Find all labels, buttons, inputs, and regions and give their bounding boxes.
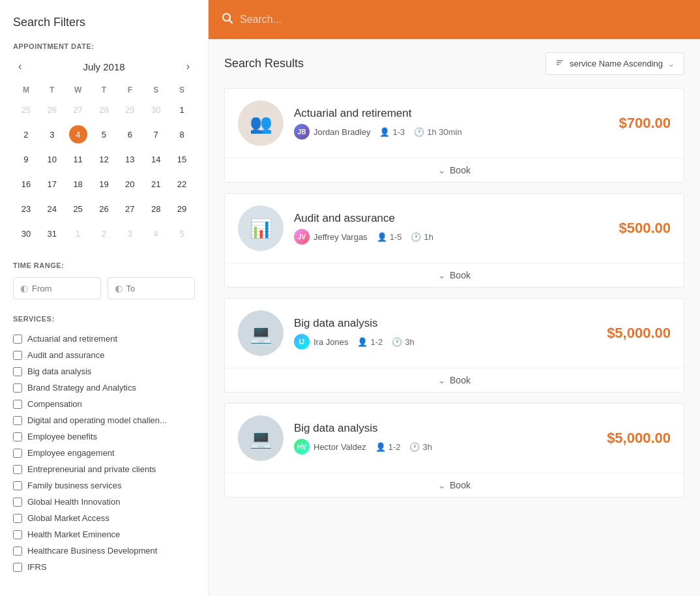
calendar-cell[interactable]: 8 <box>169 122 195 147</box>
calendar-cell[interactable]: 16 <box>13 171 39 196</box>
sidebar: Search Filters APPOINTMENT DATE: ‹ July … <box>0 0 209 596</box>
calendar-cell[interactable]: 4 <box>65 122 91 147</box>
service-checkbox[interactable] <box>13 449 22 458</box>
calendar-cell[interactable]: 24 <box>39 196 65 221</box>
from-input[interactable] <box>32 284 94 293</box>
service-checkbox-item[interactable]: Employee engagement <box>13 445 195 461</box>
calendar-cell[interactable]: 15 <box>169 147 195 171</box>
service-checkbox-item[interactable]: Global Health Innovation <box>13 494 195 510</box>
calendar-cell[interactable]: 26 <box>39 97 65 122</box>
calendar-cell[interactable]: 22 <box>169 171 195 196</box>
service-checkbox-item[interactable]: Big data analysis <box>13 363 195 380</box>
calendar-cell[interactable]: 29 <box>117 97 143 122</box>
service-checkbox-item[interactable]: Audit and assurance <box>13 347 195 363</box>
calendar-cell[interactable]: 9 <box>13 147 39 171</box>
service-checkbox[interactable] <box>13 367 22 376</box>
service-checkbox-item[interactable]: Global Market Access <box>13 510 195 526</box>
calendar-cell[interactable]: 20 <box>117 171 143 196</box>
calendar-cell[interactable]: 29 <box>169 196 195 221</box>
sort-icon <box>555 58 564 69</box>
calendar-cell[interactable]: 28 <box>91 97 117 122</box>
service-checkbox-item[interactable]: Health Market Eminence <box>13 526 195 543</box>
calendar-cell[interactable]: 4 <box>143 221 169 246</box>
people-icon: 👤 <box>357 337 368 347</box>
card-service-name: Actuarial and retirement <box>294 107 608 120</box>
services-label: SERVICES: <box>13 315 195 323</box>
service-checkbox[interactable] <box>13 514 22 523</box>
book-row[interactable]: ⌄ Book <box>225 263 684 287</box>
calendar-cell[interactable]: 11 <box>65 147 91 171</box>
calendar-cell[interactable]: 10 <box>39 147 65 171</box>
card-image: 💻 <box>238 415 284 461</box>
service-checkbox-item[interactable]: Compensation <box>13 396 195 412</box>
service-checkbox[interactable] <box>13 563 22 572</box>
service-checkbox-item[interactable]: Entrepreneurial and private clients <box>13 461 195 477</box>
calendar-cell[interactable]: 19 <box>91 171 117 196</box>
calendar-cell[interactable]: 30 <box>13 221 39 246</box>
calendar-cell[interactable]: 1 <box>65 221 91 246</box>
service-checkbox[interactable] <box>13 335 22 344</box>
calendar-cell[interactable]: 25 <box>65 196 91 221</box>
people-icon: 👤 <box>377 232 387 242</box>
service-checkbox[interactable] <box>13 530 22 539</box>
provider-avatar: JB <box>294 124 310 140</box>
calendar-cell[interactable]: 13 <box>117 147 143 171</box>
calendar-cell[interactable]: 21 <box>143 171 169 196</box>
sidebar-title: Search Filters <box>13 16 195 29</box>
book-row[interactable]: ⌄ Book <box>225 473 684 497</box>
book-row[interactable]: ⌄ Book <box>225 368 684 392</box>
service-checkbox[interactable] <box>13 481 22 490</box>
calendar-cell[interactable]: 3 <box>117 221 143 246</box>
service-checkbox[interactable] <box>13 351 22 360</box>
service-checkbox-item[interactable]: Healthcare Business Development <box>13 543 195 559</box>
calendar-cell[interactable]: 2 <box>13 122 39 147</box>
service-checkbox[interactable] <box>13 432 22 441</box>
calendar-cell[interactable]: 6 <box>117 122 143 147</box>
calendar-cell[interactable]: 27 <box>117 196 143 221</box>
results-area: Search Results service Name Ascending ⌄ … <box>209 39 700 596</box>
service-checkbox-item[interactable]: Brand Strategy and Analytics <box>13 380 195 396</box>
calendar-cell[interactable]: 3 <box>39 122 65 147</box>
prev-month-button[interactable]: ‹ <box>13 58 27 75</box>
service-checkbox[interactable] <box>13 400 22 409</box>
calendar-cell[interactable]: 28 <box>143 196 169 221</box>
services-list: Actuarial and retirementAudit and assura… <box>13 331 195 575</box>
service-checkbox[interactable] <box>13 416 22 425</box>
service-checkbox-item[interactable]: Employee benefits <box>13 428 195 445</box>
capacity-value: 1-3 <box>392 127 405 137</box>
calendar-cell[interactable]: 18 <box>65 171 91 196</box>
calendar-cell[interactable]: 7 <box>143 122 169 147</box>
calendar-cell[interactable]: 14 <box>143 147 169 171</box>
clock-icon-to: ◐ <box>115 283 123 293</box>
calendar-cell[interactable]: 17 <box>39 171 65 196</box>
calendar-cell[interactable]: 26 <box>91 196 117 221</box>
calendar-cell[interactable]: 12 <box>91 147 117 171</box>
calendar-cell[interactable]: 25 <box>13 97 39 122</box>
service-checkbox-item[interactable]: Family business services <box>13 477 195 494</box>
calendar-cell[interactable]: 2 <box>91 221 117 246</box>
search-input[interactable] <box>240 14 687 25</box>
service-checkbox[interactable] <box>13 498 22 507</box>
calendar-cell[interactable]: 23 <box>13 196 39 221</box>
calendar-cell[interactable]: 5 <box>169 221 195 246</box>
next-month-button[interactable]: › <box>181 58 195 75</box>
sort-dropdown[interactable]: service Name Ascending ⌄ <box>546 52 684 75</box>
calendar-cell[interactable]: 31 <box>39 221 65 246</box>
card-service-name: Big data analysis <box>294 422 596 435</box>
calendar-cell[interactable]: 30 <box>143 97 169 122</box>
results-list: 👥Actuarial and retirementJBJordan Bradle… <box>224 88 684 498</box>
service-checkbox-item[interactable]: IFRS <box>13 559 195 575</box>
calendar-cell[interactable]: 5 <box>91 122 117 147</box>
service-checkbox-item[interactable]: Digital and operating model challen... <box>13 412 195 428</box>
book-row[interactable]: ⌄ Book <box>225 158 684 182</box>
service-checkbox[interactable] <box>13 465 22 474</box>
service-checkbox[interactable] <box>13 546 22 556</box>
service-checkbox[interactable] <box>13 383 22 393</box>
calendar-cell[interactable]: 27 <box>65 97 91 122</box>
duration-value: 3h <box>405 337 414 347</box>
calendar-cell[interactable]: 1 <box>169 97 195 122</box>
to-input[interactable] <box>126 284 188 293</box>
card-image: 👥 <box>238 100 284 146</box>
service-checkbox-item[interactable]: Actuarial and retirement <box>13 331 195 347</box>
service-label: Employee engagement <box>27 448 115 458</box>
